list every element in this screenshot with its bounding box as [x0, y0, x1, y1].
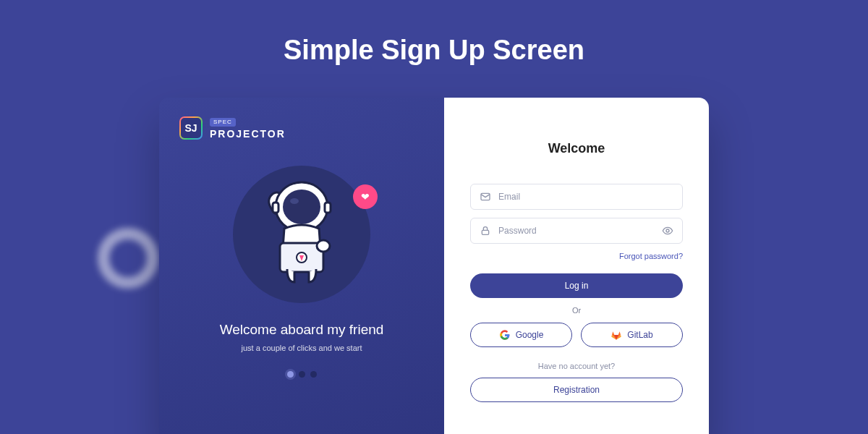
- gitlab-icon: [610, 329, 622, 341]
- google-icon: [499, 329, 511, 341]
- eye-icon[interactable]: [662, 225, 673, 237]
- gitlab-label: GitLab: [627, 330, 652, 340]
- form-title: Welcome: [548, 141, 605, 156]
- svg-rect-3: [273, 203, 278, 213]
- lock-icon: [480, 225, 491, 237]
- signup-card: SJ SPEC PROJECTOR: [159, 98, 709, 434]
- or-divider: Or: [572, 306, 581, 315]
- hero-title: Welcome aboard my friend: [220, 322, 384, 338]
- svg-point-2: [290, 198, 299, 204]
- forgot-password-link[interactable]: Forgot password?: [619, 252, 683, 260]
- hero-illustration: ❤: [233, 166, 370, 303]
- brand: SJ SPEC PROJECTOR: [179, 116, 286, 140]
- decorative-ring: [98, 228, 158, 289]
- registration-button[interactable]: Registration: [470, 378, 683, 402]
- carousel-dot-3[interactable]: [310, 371, 317, 378]
- heart-icon: ❤: [353, 184, 378, 209]
- login-button[interactable]: Log in: [470, 273, 683, 298]
- email-input[interactable]: [498, 192, 673, 202]
- carousel-dot-2[interactable]: [299, 371, 305, 378]
- hero-panel: SJ SPEC PROJECTOR: [159, 98, 444, 434]
- google-button[interactable]: Google: [470, 323, 572, 347]
- hero-subtitle: just a couple of clicks and we start: [242, 344, 362, 352]
- no-account-text: Have no account yet?: [538, 362, 615, 370]
- carousel-dots[interactable]: [287, 371, 317, 378]
- email-field[interactable]: [470, 184, 683, 210]
- gitlab-button[interactable]: GitLab: [581, 323, 683, 347]
- google-label: Google: [516, 330, 544, 340]
- svg-rect-4: [325, 203, 331, 213]
- svg-rect-9: [482, 230, 488, 234]
- svg-point-1: [283, 190, 320, 224]
- password-field[interactable]: [470, 218, 683, 244]
- page-title: Simple Sign Up Screen: [0, 35, 868, 66]
- carousel-dot-1[interactable]: [287, 371, 294, 378]
- form-panel: Welcome Forgot password? Log in Or: [444, 98, 709, 434]
- brand-name: PROJECTOR: [210, 129, 286, 139]
- brand-tag: SPEC: [210, 118, 236, 127]
- mail-icon: [480, 191, 491, 203]
- password-input[interactable]: [498, 226, 655, 236]
- logo-icon: SJ: [179, 116, 203, 140]
- svg-point-10: [666, 229, 669, 232]
- svg-point-7: [317, 240, 330, 252]
- astronaut-icon: [251, 174, 352, 289]
